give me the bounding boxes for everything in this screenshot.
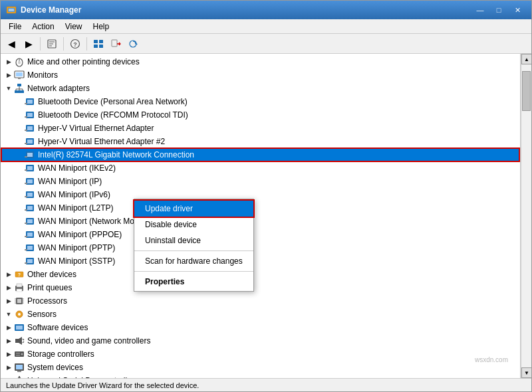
tree-item-wan-pptp[interactable]: WAN Miniport (PPTP) — [1, 241, 520, 254]
scroll-track[interactable] — [521, 64, 531, 367]
ctx-disable-device[interactable]: Disable device — [134, 217, 253, 233]
svg-rect-38 — [25, 116, 27, 118]
tree-item-wan-ikev2[interactable]: WAN Miniport (IKEv2) — [1, 161, 520, 175]
svg-rect-44 — [25, 143, 27, 144]
remove-button[interactable] — [108, 36, 124, 52]
svg-marker-90 — [19, 337, 22, 345]
adapter-icon-wan1 — [25, 163, 35, 173]
svg-point-94 — [21, 353, 23, 355]
scroll-up-button[interactable]: ▲ — [521, 54, 531, 64]
wan-ipv6-label: WAN Miniport (IPv6) — [38, 190, 110, 199]
adapter-icon-bt1 — [25, 96, 35, 107]
menu-help[interactable]: Help — [88, 21, 115, 33]
processor-icon — [14, 296, 25, 306]
svg-rect-67 — [27, 246, 33, 250]
tree-item-other[interactable]: ▶ ? Other devices — [1, 268, 520, 281]
tree-item-wan-ipv6[interactable]: WAN Miniport (IPv6) — [1, 188, 520, 201]
tree-item-bluetooth2[interactable]: Bluetooth Device (RFCOMM Protocol TDI) — [1, 108, 520, 122]
system-icon — [14, 362, 25, 373]
ctx-update-driver[interactable]: Update driver — [134, 201, 253, 217]
svg-line-92 — [23, 342, 24, 343]
tree-item-wan-ip[interactable]: WAN Miniport (IP) — [1, 175, 520, 188]
tree-item-sensors[interactable]: ▼ Sensors — [1, 308, 520, 321]
maximize-button[interactable]: □ — [490, 3, 507, 17]
tree-item-wan-netmon[interactable]: WAN Miniport (Network Monitor) — [1, 215, 520, 228]
wan-pppoe-label: WAN Miniport (PPPOE) — [38, 230, 122, 239]
svg-rect-89 — [15, 339, 19, 343]
properties-button[interactable] — [44, 36, 60, 52]
menu-bar: File Action View Help — [1, 19, 531, 34]
other-label: Other devices — [27, 270, 76, 279]
svg-rect-41 — [25, 130, 27, 131]
sensors-label: Sensors — [27, 310, 57, 319]
arrow-mice: ▶ — [3, 56, 14, 67]
tree-item-wan-pppoe[interactable]: WAN Miniport (PPPOE) — [1, 228, 520, 241]
menu-view[interactable]: View — [60, 21, 88, 33]
svg-line-91 — [23, 339, 24, 340]
close-button[interactable]: ✕ — [509, 3, 526, 17]
storage-icon — [14, 349, 25, 359]
svg-rect-40 — [27, 126, 33, 130]
scroll-thumb[interactable] — [522, 71, 531, 111]
svg-rect-13 — [112, 40, 117, 47]
toolbar-separator-2 — [63, 37, 64, 50]
svg-rect-95 — [16, 353, 20, 353]
tree-item-mice[interactable]: ▶ Mice and other pointing devices — [1, 55, 520, 68]
hv2-label: Hyper-V Virtual Ethernet Adapter #2 — [38, 137, 165, 146]
scroll-down-button[interactable]: ▼ — [521, 367, 531, 378]
tree-item-hyperv2[interactable]: Hyper-V Virtual Ethernet Adapter #2 — [1, 135, 520, 148]
ctx-uninstall-device[interactable]: Uninstall device — [134, 233, 253, 248]
svg-rect-98 — [16, 365, 23, 369]
svg-rect-46 — [27, 153, 33, 157]
tree-item-print[interactable]: ▶ Print queues — [1, 281, 520, 294]
status-bar: Launches the Update Driver Wizard for th… — [1, 378, 531, 391]
tree-item-software[interactable]: ▶ Software devices — [1, 321, 520, 334]
ctx-scan-hardware[interactable]: Scan for hardware changes — [134, 253, 253, 269]
menu-action[interactable]: Action — [27, 21, 59, 33]
tree-item-bluetooth1[interactable]: Bluetooth Device (Personal Area Network) — [1, 95, 520, 108]
svg-rect-59 — [25, 209, 27, 211]
back-button[interactable]: ◀ — [3, 36, 19, 52]
svg-rect-75 — [17, 284, 22, 287]
tree-item-processors[interactable]: ▶ Processors — [1, 294, 520, 308]
tree-item-wan-l2tp[interactable]: WAN Miniport (L2TP) — [1, 201, 520, 215]
device-tree[interactable]: ▶ Mice and other pointing devices ▶ Moni… — [1, 54, 521, 378]
svg-point-86 — [18, 313, 21, 316]
menu-file[interactable]: File — [3, 21, 27, 33]
arrow-monitors: ▶ — [3, 70, 14, 80]
tree-item-network[interactable]: ▼ Network adapters — [1, 82, 520, 95]
tree-item-storage[interactable]: ▶ Storage controllers — [1, 347, 520, 361]
tree-item-system[interactable]: ▶ System devices — [1, 361, 520, 374]
tree-item-monitors[interactable]: ▶ Monitors — [1, 68, 520, 82]
svg-rect-23 — [16, 72, 23, 76]
svg-rect-24 — [18, 78, 21, 79]
forward-button[interactable]: ▶ — [21, 36, 37, 52]
minimize-button[interactable]: — — [471, 3, 489, 17]
tree-item-wan-sstp[interactable]: WAN Miniport (SSTP) — [1, 254, 520, 268]
scan-button[interactable] — [125, 36, 141, 52]
ctx-properties[interactable]: Properties — [134, 274, 253, 290]
tree-item-intel[interactable]: Intel(R) 82574L Gigabit Network Connecti… — [1, 148, 520, 161]
arrow-processors: ▶ — [3, 296, 14, 306]
svg-rect-78 — [17, 299, 21, 303]
svg-rect-47 — [25, 156, 27, 157]
properties-icon — [47, 39, 57, 49]
print-icon — [14, 282, 25, 293]
tree-item-hyperv1[interactable]: Hyper-V Virtual Ethernet Adapter — [1, 122, 520, 135]
vertical-scrollbar[interactable]: ▲ ▼ — [521, 54, 531, 378]
svg-rect-50 — [25, 169, 27, 171]
arrow-sensors: ▼ — [3, 309, 14, 320]
other-devices-icon: ? — [14, 269, 25, 280]
svg-rect-58 — [27, 206, 33, 210]
help-button[interactable]: ? — [67, 36, 83, 52]
adapter-icon-bt2 — [25, 110, 35, 120]
main-content: ▶ Mice and other pointing devices ▶ Moni… — [1, 54, 531, 378]
mice-label: Mice and other pointing devices — [27, 57, 140, 66]
view-button[interactable] — [90, 36, 106, 52]
ctx-sep-1 — [134, 250, 253, 251]
svg-rect-9 — [94, 40, 98, 43]
tree-item-usb[interactable]: ▶ Universal Serial Bus controllers — [1, 374, 520, 378]
title-controls: — □ ✕ — [471, 3, 526, 17]
svg-rect-53 — [25, 183, 27, 184]
tree-item-sound[interactable]: ▶ Sound, video and game controllers — [1, 334, 520, 347]
